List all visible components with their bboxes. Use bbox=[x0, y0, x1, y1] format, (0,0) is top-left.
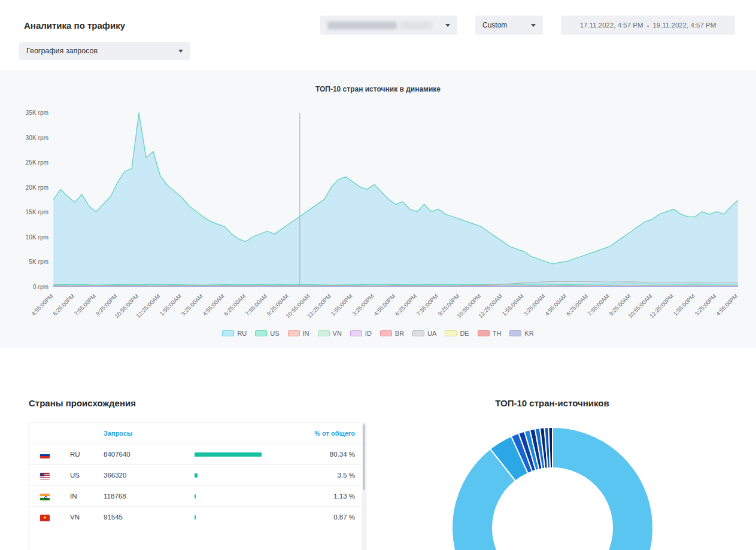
table-body: RU840764080.34 %US3663203.5 %IN1187681.1… bbox=[29, 443, 366, 527]
requests-value: 8407640 bbox=[104, 451, 195, 458]
column-header-requests[interactable]: Запросы bbox=[104, 430, 195, 437]
svg-text:4:55:00PM: 4:55:00PM bbox=[30, 293, 54, 317]
requests-value: 366320 bbox=[104, 472, 195, 479]
workspace-select[interactable] bbox=[320, 16, 457, 35]
requests-bar bbox=[195, 473, 198, 478]
percent-value: 3.5 % bbox=[288, 472, 355, 479]
legend-label: RU bbox=[237, 330, 247, 337]
legend-item-ID[interactable]: ID bbox=[350, 330, 372, 337]
filter-row: География запросов bbox=[0, 35, 756, 71]
legend-swatch-BR bbox=[380, 330, 392, 336]
chevron-down-icon bbox=[531, 24, 536, 27]
svg-text:6:25:00AM: 6:25:00AM bbox=[223, 293, 247, 317]
legend-label: TH bbox=[493, 330, 502, 337]
requests-value: 91545 bbox=[104, 513, 195, 521]
legend-swatch-DE bbox=[445, 330, 457, 336]
traffic-area-chart[interactable]: 35K rpm30K rpm25K rpm20K rpm15K rpm10K r… bbox=[12, 96, 744, 330]
country-code: RU bbox=[70, 451, 104, 458]
legend-item-BR[interactable]: BR bbox=[380, 330, 404, 337]
svg-text:1:55:00PM: 1:55:00PM bbox=[329, 293, 353, 317]
legend-item-IN[interactable]: IN bbox=[288, 330, 309, 337]
y-axis-labels: 35K rpm30K rpm25K rpm20K rpm15K rpm10K r… bbox=[26, 110, 48, 290]
scrollbar-thumb[interactable] bbox=[363, 424, 365, 490]
svg-text:4:55:00PM: 4:55:00PM bbox=[372, 293, 396, 317]
svg-text:15K rpm: 15K rpm bbox=[26, 209, 48, 215]
percent-value: 80.34 % bbox=[288, 451, 355, 458]
country-row-in: IN1187681.13 % bbox=[29, 485, 366, 506]
legend-swatch-IN bbox=[288, 330, 300, 336]
legend-item-DE[interactable]: DE bbox=[445, 330, 469, 337]
svg-text:35K rpm: 35K rpm bbox=[26, 110, 48, 116]
svg-text:20K rpm: 20K rpm bbox=[26, 184, 48, 191]
legend-swatch-UA bbox=[412, 330, 424, 336]
country-code: IN bbox=[70, 493, 104, 500]
legend-swatch-ID bbox=[350, 330, 362, 336]
svg-text:1:55:00AM: 1:55:00AM bbox=[159, 293, 183, 317]
legend-item-VN[interactable]: VN bbox=[318, 330, 342, 337]
country-row-us: US3663203.5 % bbox=[29, 464, 366, 485]
svg-text:25K rpm: 25K rpm bbox=[26, 159, 48, 166]
flag-vn-icon bbox=[40, 515, 50, 521]
requests-value: 118768 bbox=[104, 493, 195, 500]
legend-label: DE bbox=[460, 330, 469, 337]
percent-value: 1.13 % bbox=[288, 493, 355, 500]
table-section-title: Страны происхождения bbox=[29, 398, 366, 408]
percent-value: 0.87 % bbox=[288, 513, 355, 521]
legend-swatch-US bbox=[255, 330, 267, 336]
svg-text:1:55:00PM: 1:55:00PM bbox=[672, 293, 696, 317]
country-code: US bbox=[70, 472, 104, 479]
range-preset-select[interactable]: Custom bbox=[475, 16, 543, 35]
chart-title: ТОП-10 стран источник в динамике bbox=[12, 85, 744, 93]
country-row-ru: RU840764080.34 % bbox=[29, 443, 366, 464]
date-from: 17.11.2022, 4:57 PM bbox=[580, 22, 643, 29]
report-type-value: География запросов bbox=[26, 47, 98, 55]
requests-bar bbox=[195, 494, 196, 499]
svg-text:6:25:00AM: 6:25:00AM bbox=[565, 293, 589, 317]
top10-donut-chart[interactable] bbox=[366, 414, 738, 550]
legend-item-RU[interactable]: RU bbox=[222, 330, 247, 337]
svg-text:3:25:00PM: 3:25:00PM bbox=[351, 293, 375, 317]
legend-item-KR[interactable]: KR bbox=[509, 330, 533, 337]
legend-label: ID bbox=[365, 330, 372, 337]
donut-section-title: ТОП-10 стран-источников bbox=[366, 398, 738, 408]
legend-item-US[interactable]: US bbox=[255, 330, 279, 337]
svg-text:30K rpm: 30K rpm bbox=[26, 135, 48, 141]
svg-text:5K rpm: 5K rpm bbox=[29, 259, 48, 265]
svg-text:4:55:00AM: 4:55:00AM bbox=[201, 293, 225, 317]
range-preset-value: Custom bbox=[482, 21, 507, 29]
requests-bar bbox=[195, 452, 262, 457]
country-code: VN bbox=[70, 513, 104, 521]
svg-text:3:25:00PM: 3:25:00PM bbox=[693, 293, 717, 317]
svg-text:10K rpm: 10K rpm bbox=[26, 234, 48, 241]
table-scrollbar[interactable] bbox=[362, 423, 366, 550]
date-range-input[interactable]: 17.11.2022, 4:57 PM - 19.11.2022, 4:57 P… bbox=[561, 16, 735, 35]
area-chart-svg: 35K rpm30K rpm25K rpm20K rpm15K rpm10K r… bbox=[12, 96, 744, 330]
legend-item-TH[interactable]: TH bbox=[478, 330, 502, 337]
report-type-select[interactable]: География запросов bbox=[19, 42, 190, 60]
legend-label: UA bbox=[427, 330, 436, 337]
svg-text:3:25:00AM: 3:25:00AM bbox=[522, 293, 546, 317]
origin-countries-panel: Страны происхождения Запросы % от общего… bbox=[29, 398, 366, 550]
chart-legend: RUUSINVNIDBRUADETHKR bbox=[12, 330, 744, 337]
dynamics-chart-section: ТОП-10 стран источник в динамике 35K rpm… bbox=[0, 71, 756, 348]
legend-swatch-KR bbox=[509, 330, 521, 336]
table-header-row: Запросы % от общего bbox=[29, 423, 366, 443]
svg-text:4:55:00AM: 4:55:00AM bbox=[544, 293, 567, 317]
page-title: Аналитика по трафику bbox=[24, 20, 125, 31]
chevron-down-icon bbox=[445, 24, 450, 27]
bottom-section: Страны происхождения Запросы % от общего… bbox=[0, 398, 756, 550]
header-controls: Custom 17.11.2022, 4:57 PM - 19.11.2022,… bbox=[320, 16, 735, 35]
column-header-percent[interactable]: % от общего bbox=[288, 430, 355, 437]
legend-item-UA[interactable]: UA bbox=[412, 330, 436, 337]
top10-donut-panel: ТОП-10 стран-источников bbox=[366, 398, 738, 550]
country-row-vn: VN915450.87 % bbox=[29, 506, 366, 527]
date-separator: - bbox=[647, 22, 649, 29]
requests-bar bbox=[195, 515, 196, 519]
series-area-RU bbox=[53, 113, 738, 287]
redacted-value bbox=[327, 22, 397, 29]
legend-swatch-RU bbox=[222, 330, 234, 336]
flag-ru-icon bbox=[40, 452, 50, 458]
svg-text:3:25:00AM: 3:25:00AM bbox=[180, 293, 204, 317]
svg-text:0 rpm: 0 rpm bbox=[33, 284, 48, 290]
legend-swatch-TH bbox=[478, 330, 490, 336]
